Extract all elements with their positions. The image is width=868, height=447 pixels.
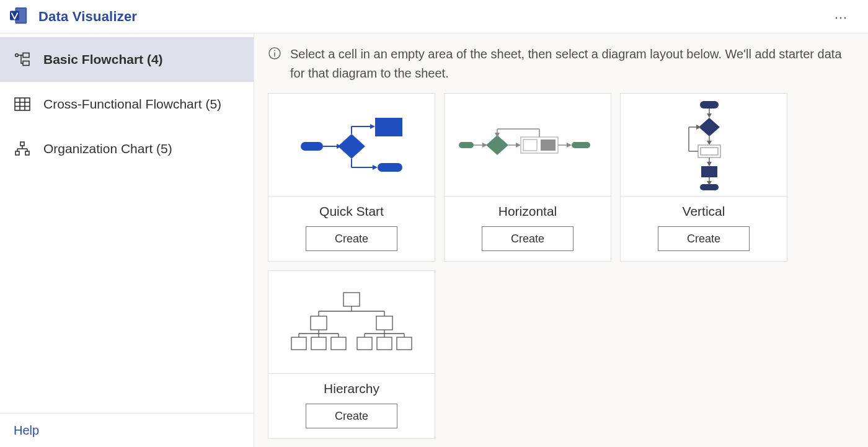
svg-rect-24 bbox=[25, 151, 29, 155]
svg-rect-79 bbox=[311, 316, 327, 330]
svg-marker-67 bbox=[696, 125, 701, 130]
template-card-body: Horizontal Create bbox=[445, 196, 611, 261]
svg-rect-88 bbox=[331, 337, 346, 350]
template-title: Horizontal bbox=[498, 204, 557, 219]
svg-rect-13 bbox=[15, 98, 30, 110]
svg-point-5 bbox=[844, 17, 846, 19]
svg-point-27 bbox=[274, 50, 275, 51]
svg-rect-28 bbox=[301, 142, 323, 151]
svg-rect-23 bbox=[16, 151, 19, 155]
template-card-body: Quick Start Create bbox=[268, 196, 435, 261]
swimlane-icon bbox=[14, 97, 31, 111]
svg-rect-56 bbox=[700, 101, 719, 108]
template-card-hierarchy: Hierarchy Create bbox=[268, 270, 435, 439]
svg-marker-45 bbox=[516, 143, 521, 148]
svg-rect-18 bbox=[20, 142, 24, 146]
org-chart-icon bbox=[14, 141, 31, 156]
sidebar-item-label: Organization Chart (5) bbox=[43, 141, 172, 156]
template-card-body: Hierarchy Create bbox=[268, 373, 435, 438]
svg-marker-61 bbox=[707, 141, 712, 145]
ellipsis-icon bbox=[835, 11, 847, 22]
svg-rect-87 bbox=[311, 337, 326, 350]
svg-rect-9 bbox=[23, 53, 29, 58]
svg-rect-35 bbox=[375, 118, 402, 136]
header-left: Data Visualizer bbox=[10, 6, 137, 27]
svg-rect-48 bbox=[541, 139, 556, 151]
sidebar-item-label: Basic Flowchart (4) bbox=[43, 52, 163, 67]
svg-point-3 bbox=[836, 17, 838, 19]
app-title: Data Visualizer bbox=[38, 9, 137, 25]
more-options-button[interactable] bbox=[828, 7, 853, 26]
sidebar-item-cross-functional-flowchart[interactable]: Cross-Functional Flowchart (5) bbox=[0, 82, 254, 126]
svg-marker-69 bbox=[707, 162, 712, 166]
create-button[interactable]: Create bbox=[658, 226, 750, 251]
template-title: Vertical bbox=[683, 204, 725, 219]
content-area: Select a cell in an empty area of the sh… bbox=[254, 33, 868, 447]
template-title: Quick Start bbox=[319, 204, 384, 219]
svg-point-4 bbox=[840, 17, 842, 19]
app-header: Data Visualizer bbox=[0, 0, 868, 33]
svg-marker-43 bbox=[486, 135, 508, 155]
create-button[interactable]: Create bbox=[482, 226, 574, 251]
main-area: Basic Flowchart (4) Cross-Functional Flo… bbox=[0, 33, 868, 447]
svg-marker-31 bbox=[338, 134, 365, 159]
template-preview bbox=[268, 94, 435, 196]
info-icon bbox=[268, 46, 281, 66]
svg-marker-58 bbox=[707, 113, 712, 118]
svg-rect-40 bbox=[459, 142, 474, 148]
sidebar-item-label: Cross-Functional Flowchart (5) bbox=[43, 97, 221, 112]
visio-icon bbox=[10, 6, 29, 27]
svg-rect-74 bbox=[343, 293, 360, 306]
svg-rect-86 bbox=[291, 337, 306, 350]
template-card-horizontal: Horizontal Create bbox=[444, 93, 611, 262]
svg-rect-94 bbox=[357, 337, 372, 350]
svg-rect-63 bbox=[701, 148, 718, 155]
template-preview bbox=[268, 271, 435, 373]
help-section: Help bbox=[0, 413, 254, 447]
svg-marker-54 bbox=[567, 143, 572, 148]
sidebar-item-organization-chart[interactable]: Organization Chart (5) bbox=[0, 126, 254, 171]
create-button[interactable]: Create bbox=[306, 404, 397, 428]
svg-rect-96 bbox=[397, 337, 412, 350]
template-title: Hierarchy bbox=[324, 381, 379, 396]
help-link[interactable]: Help bbox=[14, 423, 39, 438]
template-card-vertical: Vertical Create bbox=[620, 93, 787, 262]
sidebar: Basic Flowchart (4) Cross-Functional Flo… bbox=[0, 33, 254, 447]
instruction-banner: Select a cell in an empty area of the sh… bbox=[268, 45, 862, 83]
template-card-quick-start: Quick Start Create bbox=[268, 93, 435, 262]
svg-rect-11 bbox=[23, 61, 29, 66]
flowchart-icon bbox=[14, 52, 31, 67]
svg-marker-59 bbox=[699, 118, 720, 136]
template-preview bbox=[621, 94, 787, 196]
sidebar-nav: Basic Flowchart (4) Cross-Functional Flo… bbox=[0, 33, 254, 171]
svg-rect-95 bbox=[377, 337, 392, 350]
svg-rect-80 bbox=[376, 316, 392, 330]
svg-rect-73 bbox=[700, 184, 719, 190]
svg-rect-55 bbox=[572, 142, 590, 148]
svg-rect-47 bbox=[523, 139, 537, 151]
svg-rect-70 bbox=[701, 166, 717, 177]
template-preview bbox=[445, 94, 611, 196]
instruction-text: Select a cell in an empty area of the sh… bbox=[290, 45, 859, 83]
svg-marker-34 bbox=[370, 124, 375, 129]
create-button[interactable]: Create bbox=[306, 226, 397, 251]
svg-marker-38 bbox=[373, 165, 378, 170]
template-grid: Quick Start Create bbox=[268, 93, 862, 439]
svg-rect-39 bbox=[378, 163, 402, 172]
template-card-body: Vertical Create bbox=[621, 196, 787, 261]
sidebar-item-basic-flowchart[interactable]: Basic Flowchart (4) bbox=[0, 37, 254, 82]
